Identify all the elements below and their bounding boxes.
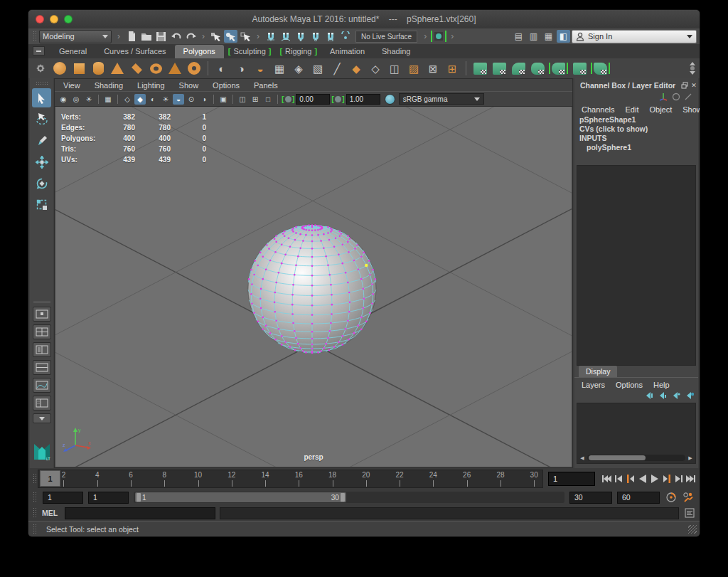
grid-toggle-icon[interactable]: ▦ <box>102 94 114 105</box>
rotate-tool-button[interactable] <box>32 174 51 193</box>
scale-tool-button[interactable] <box>32 195 51 214</box>
view-transform-selector[interactable]: sRGB gamma <box>399 93 484 105</box>
snap-grid-button[interactable] <box>264 30 277 43</box>
smooth-button[interactable]: ▦ <box>272 60 287 76</box>
layer-list-area[interactable]: ◀ ▶ <box>577 403 696 464</box>
resize-grip[interactable] <box>688 525 697 534</box>
select-object-button[interactable] <box>224 30 237 43</box>
row-drag-handle[interactable] <box>33 473 36 485</box>
subdiv-proxy-button[interactable]: ▧ <box>310 60 326 76</box>
step-forward-key-button[interactable] <box>660 473 673 485</box>
tab-general[interactable]: General <box>50 45 95 58</box>
anim-start-field[interactable]: 1 <box>43 492 83 504</box>
select-component-button[interactable] <box>239 30 252 43</box>
section-collapse-icon[interactable]: › <box>254 31 262 41</box>
anim-end-field[interactable]: 60 <box>617 492 660 504</box>
new-scene-button[interactable] <box>124 30 138 43</box>
toolbox-drag-handle[interactable] <box>36 81 48 85</box>
lasso-select-tool-button[interactable] <box>32 110 51 129</box>
snap-view-plane-button[interactable] <box>323 30 337 43</box>
section-collapse-icon[interactable]: › <box>114 31 123 41</box>
tab-display[interactable]: Display <box>579 366 617 378</box>
extrude-button[interactable]: ◆ <box>348 60 364 76</box>
step-back-key-button[interactable] <box>624 473 636 485</box>
move-tool-button[interactable] <box>32 152 51 171</box>
playback-start-field[interactable]: 1 <box>88 492 129 504</box>
menu-edit[interactable]: Edit <box>625 105 638 114</box>
scroll-down-icon[interactable] <box>690 71 695 75</box>
exposure-field[interactable]: 0.00 <box>296 94 330 105</box>
scrollbar-thumb[interactable] <box>589 455 646 460</box>
color-management-icon[interactable] <box>385 94 395 105</box>
menu-help[interactable]: Help <box>653 381 670 389</box>
playback-range-bar[interactable]: 1 30 <box>135 492 346 502</box>
snap-point-button[interactable] <box>294 30 307 43</box>
zoom-window-button[interactable] <box>64 15 73 23</box>
input-node-label[interactable]: polySphere1 <box>574 143 698 152</box>
layout-two-pane-stacked-button[interactable] <box>33 360 51 375</box>
lock-camera-icon[interactable]: ◎ <box>70 94 82 105</box>
snap-curve-button[interactable] <box>279 30 292 43</box>
shelf-scroll-control[interactable] <box>690 62 695 75</box>
polygon-pipe-button[interactable] <box>186 60 202 76</box>
workspace-selector[interactable]: Modeling <box>39 30 112 43</box>
open-scene-button[interactable] <box>139 30 153 43</box>
paint-select-tool-button[interactable] <box>32 131 51 150</box>
uv-cylindrical-button[interactable] <box>510 60 526 76</box>
select-tool-button[interactable] <box>32 88 51 107</box>
range-start-handle[interactable] <box>136 493 141 502</box>
move-layer-up-icon[interactable] <box>644 391 653 401</box>
menu-layers[interactable]: Layers <box>582 381 605 389</box>
boolean-button[interactable]: ◈ <box>291 60 306 76</box>
manip-speed-icon[interactable] <box>672 92 680 102</box>
popout-panel-icon[interactable] <box>681 82 688 90</box>
use-all-lights-icon[interactable]: ☀ <box>160 94 171 105</box>
redo-button[interactable] <box>184 30 198 43</box>
channel-box-toggle-button[interactable]: ◧ <box>557 30 570 43</box>
gamma-field[interactable]: 1.00 <box>346 94 380 105</box>
shadows-icon[interactable]: ◒ <box>173 94 184 105</box>
empty-layer-icon[interactable] <box>671 391 680 401</box>
isolate-select-icon[interactable]: ▣ <box>218 94 229 105</box>
row-drag-handle[interactable] <box>33 524 36 535</box>
tab-curves-surfaces[interactable]: Curves / Surfaces <box>95 45 174 58</box>
polygon-cube-button[interactable] <box>71 60 87 76</box>
current-time-field[interactable]: 1 <box>548 472 595 486</box>
command-input-field[interactable] <box>65 507 215 519</box>
auto-keyframe-button[interactable] <box>665 492 677 503</box>
occlusion-icon[interactable]: ⊙ <box>186 94 197 105</box>
toolbar-drag-handle[interactable] <box>33 31 36 42</box>
play-backwards-button[interactable] <box>636 473 648 485</box>
shelf-gear-icon[interactable] <box>33 60 48 76</box>
bridge-button[interactable]: ◫ <box>387 60 402 76</box>
layout-more-button[interactable] <box>33 413 51 423</box>
scroll-thumb[interactable] <box>690 66 695 70</box>
menu-lighting[interactable]: Lighting <box>137 81 165 90</box>
menu-panels[interactable]: Panels <box>254 81 278 90</box>
menu-show[interactable]: Show <box>682 105 700 114</box>
step-forward-frame-button[interactable] <box>673 473 685 485</box>
tool-settings-toggle-button[interactable]: ▦ <box>542 30 555 43</box>
uv-layout-button[interactable] <box>572 60 587 76</box>
polygon-torus-button[interactable] <box>148 60 164 76</box>
snapshot-buffer-icon[interactable]: ◫ <box>237 94 248 105</box>
layout-single-pane-button[interactable] <box>33 307 51 322</box>
menu-channels[interactable]: Channels <box>582 105 614 114</box>
snap-projected-center-button[interactable] <box>309 30 322 43</box>
exposure-icon[interactable]: [] <box>282 95 294 103</box>
menu-show[interactable]: Show <box>179 81 199 90</box>
row-drag-handle[interactable] <box>33 492 36 503</box>
step-back-frame-button[interactable] <box>612 473 624 485</box>
wireframe-display-icon[interactable]: ◇ <box>122 94 133 105</box>
layout-four-pane-button[interactable] <box>33 324 51 339</box>
menu-options[interactable]: Options <box>616 381 643 389</box>
scroll-right-icon[interactable]: ▶ <box>687 455 694 462</box>
polygon-plane-button[interactable] <box>129 60 144 76</box>
channel-list-area[interactable] <box>577 165 696 366</box>
polygon-pyramid-button[interactable] <box>167 60 183 76</box>
uv-planar-button[interactable] <box>472 60 488 76</box>
motion-blur-icon[interactable]: ◑ <box>198 94 210 105</box>
layout-two-pane-side-button[interactable] <box>33 342 51 357</box>
section-collapse-icon[interactable]: › <box>421 31 429 41</box>
menu-view[interactable]: View <box>63 81 80 90</box>
